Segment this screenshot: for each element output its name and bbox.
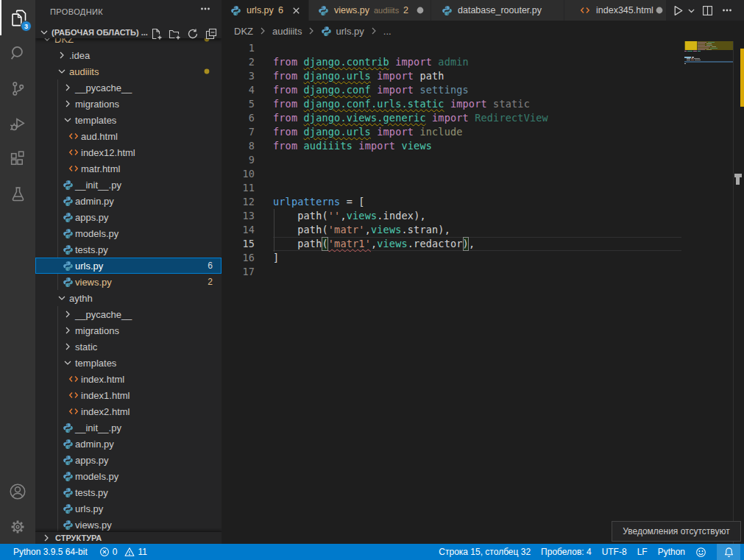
- split-editor-icon[interactable]: [702, 5, 713, 16]
- code-line-16: 16]: [222, 251, 684, 265]
- line-text: path('matr1',views.redactor),: [273, 237, 475, 251]
- tree-item-label: views.py: [75, 520, 112, 531]
- breadcrumb-item-...[interactable]: ...: [383, 26, 392, 37]
- code-token: path: [273, 238, 322, 249]
- python-file-icon: [318, 5, 329, 16]
- status-пробелов-4[interactable]: Пробелов: 4: [541, 547, 592, 557]
- workspace-section-header[interactable]: (РАБОЧАЯ ОБЛАСТЬ) ...: [35, 26, 222, 38]
- tree-item-urls.py[interactable]: urls.py: [35, 500, 222, 517]
- unsaved-dot-icon[interactable]: [653, 4, 665, 16]
- tree-item-__init__.py[interactable]: __init__.py: [35, 177, 222, 193]
- bell-icon[interactable]: [717, 544, 740, 560]
- activity-source-control-icon[interactable]: [0, 71, 35, 106]
- tree-item-aud.html[interactable]: aud.html: [35, 128, 222, 144]
- tree-item-apps.py[interactable]: apps.py: [35, 209, 222, 225]
- tree-item-index2.html[interactable]: index2.html: [35, 403, 222, 419]
- line-number: 3: [222, 69, 255, 83]
- problems-status[interactable]: 0 11: [99, 547, 147, 557]
- code-token: ): [463, 237, 469, 251]
- tree-item-label: audiiits: [69, 66, 99, 77]
- activity-explorer-icon[interactable]: 3: [0, 0, 35, 35]
- tree-item-tests.py[interactable]: tests.py: [35, 241, 222, 258]
- code-token: 'matr1': [328, 238, 371, 249]
- activity-search-icon[interactable]: [0, 35, 35, 71]
- structure-section-header[interactable]: СТРУКТУРА: [35, 531, 222, 544]
- breadcrumb-item-DKZ[interactable]: DKZ: [234, 26, 253, 37]
- chevron-right-icon: [62, 82, 74, 93]
- tree-item-models.py[interactable]: models.py: [35, 225, 222, 241]
- tree-item-aythh[interactable]: aythh: [35, 290, 222, 306]
- tree-item-index1.html[interactable]: index1.html: [35, 387, 222, 403]
- tab-label: database_roouter.py: [458, 5, 542, 15]
- code-token: [371, 126, 377, 138]
- tree-item-views.py[interactable]: views.py: [35, 517, 222, 531]
- chevron-down-icon[interactable]: [687, 6, 696, 15]
- tree-item-static[interactable]: static: [35, 339, 222, 355]
- explorer-badge: 3: [21, 21, 32, 32]
- code-token: from: [273, 112, 297, 124]
- tree-item-label: index2.html: [81, 406, 130, 417]
- tree-item-.idea[interactable]: .idea: [35, 47, 222, 63]
- minimap-block: [684, 51, 687, 52]
- activity-settings-gear-icon[interactable]: [0, 509, 35, 545]
- run-icon[interactable]: [672, 4, 684, 17]
- new-folder-icon[interactable]: [169, 28, 180, 40]
- minimap-block: [710, 48, 718, 49]
- code-token: ): [438, 224, 444, 235]
- close-icon[interactable]: [291, 5, 302, 16]
- collapse-all-icon[interactable]: [205, 28, 217, 40]
- tree-item-__pycache__[interactable]: __pycache__: [35, 306, 222, 322]
- tree-item-apps.py[interactable]: apps.py: [35, 452, 222, 468]
- breadcrumb-item-audiiits[interactable]: audiiits: [272, 26, 302, 37]
- tree-item-admin.py[interactable]: admin.py: [35, 193, 222, 209]
- notifications-tooltip: Уведомления отсутствуют: [612, 521, 741, 542]
- code-token: from: [273, 140, 297, 152]
- status-bar: Python 3.9.5 64-bit 0 11 Строка 15, стол…: [0, 544, 744, 560]
- activity-testing-icon[interactable]: [0, 177, 35, 212]
- tab-index345.html[interactable]: index345.html: [564, 0, 669, 21]
- code-token: views: [347, 210, 378, 221]
- more-actions-icon[interactable]: [721, 4, 733, 16]
- interpreter-status[interactable]: Python 3.9.5 64-bit: [13, 547, 88, 557]
- tree-item-models.py[interactable]: models.py: [35, 468, 222, 484]
- line-number: 8: [222, 139, 255, 153]
- code-token: settings: [419, 84, 468, 96]
- tree-item-label: __init__.py: [75, 180, 121, 191]
- refresh-icon[interactable]: [187, 28, 199, 40]
- tree-item-urls.py[interactable]: urls.py6: [35, 258, 222, 274]
- minimap[interactable]: [684, 41, 733, 544]
- tree-item-__pycache__[interactable]: __pycache__: [35, 79, 222, 96]
- tree-item-templates[interactable]: templates: [35, 355, 222, 371]
- code-line-13: 13 path('',views.index),: [222, 209, 684, 223]
- python-file-icon: [62, 212, 74, 223]
- tree-item-index12.html[interactable]: index12.html: [35, 144, 222, 160]
- tab-urls.py[interactable]: urls.py6: [222, 0, 308, 21]
- status-utf-8[interactable]: UTF-8: [602, 547, 627, 557]
- activity-extensions-icon[interactable]: [0, 141, 35, 177]
- tab-views.py[interactable]: views.pyaudiiits2: [309, 0, 431, 21]
- unsaved-dot-icon[interactable]: [414, 4, 426, 16]
- tree-item-tests.py[interactable]: tests.py: [35, 484, 222, 500]
- status-строка-15-столбец-32[interactable]: Строка 15, столбец 32: [439, 547, 531, 557]
- more-actions-icon[interactable]: [199, 3, 211, 15]
- tree-item-admin.py[interactable]: admin.py: [35, 436, 222, 452]
- tree-item-migrations[interactable]: migrations: [35, 322, 222, 339]
- tree-item-index.html[interactable]: index.html: [35, 371, 222, 387]
- tree-item-templates[interactable]: templates: [35, 112, 222, 128]
- feedback-smiley-icon[interactable]: [695, 547, 706, 558]
- code-line-8: 8from audiiits import views: [222, 139, 684, 153]
- tree-item-views.py[interactable]: views.py2: [35, 274, 222, 290]
- new-file-icon[interactable]: [150, 28, 162, 40]
- tree-item-migrations[interactable]: migrations: [35, 96, 222, 112]
- code-editor[interactable]: 12from django.contrib import admin3from …: [222, 41, 684, 544]
- tree-item-matr.html[interactable]: matr.html: [35, 160, 222, 177]
- breadcrumb-item-urls.py[interactable]: urls.py: [321, 26, 364, 37]
- status-python[interactable]: Python: [658, 547, 685, 557]
- tree-item-audiiits[interactable]: audiiits: [35, 63, 222, 79]
- tab-database_roouter.py[interactable]: database_roouter.py: [431, 0, 564, 21]
- tree-item-__init__.py[interactable]: __init__.py: [35, 419, 222, 436]
- activity-account-icon[interactable]: [0, 474, 35, 509]
- status-lf[interactable]: LF: [637, 547, 648, 557]
- activity-run-debug-icon[interactable]: [0, 106, 35, 141]
- overview-ruler[interactable]: [733, 41, 744, 544]
